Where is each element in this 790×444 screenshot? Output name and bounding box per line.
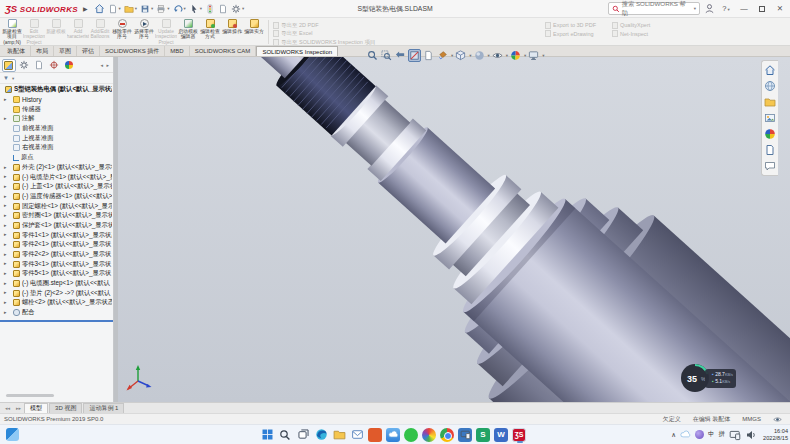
- net-speed-badge[interactable]: 35 % ▪ 28.7KB/s ▪ 5.1KB/s: [680, 363, 736, 393]
- expand-arrow-icon[interactable]: ▸: [4, 230, 7, 240]
- expand-arrow-icon[interactable]: ▸: [4, 192, 7, 202]
- display-style-dropdown-icon[interactable]: ▾: [488, 53, 490, 58]
- tree-splitter[interactable]: [0, 320, 113, 322]
- task-view-icon[interactable]: [296, 428, 310, 442]
- tree-item-sensors[interactable]: 传感器: [0, 104, 112, 114]
- forum-icon[interactable]: [764, 160, 776, 172]
- export-3d-pdf-item[interactable]: Export to 3D PDF: [545, 21, 596, 30]
- new-inspection-project-button[interactable]: 新建检查项目(amp;N): [1, 18, 23, 46]
- edit-instances-button[interactable]: 编辑实方: [243, 18, 265, 46]
- search-dropdown-icon[interactable]: ▾: [694, 6, 696, 11]
- expand-arrow-icon[interactable]: ▸: [4, 182, 7, 192]
- panel-tab-scroll-arrows[interactable]: ◂ ▸: [101, 62, 111, 68]
- view-orientation-dropdown-icon[interactable]: ▾: [469, 53, 471, 58]
- tree-item-part[interactable]: ▸(-) 垫片 (2)<2> ->? (默认<<默认: [0, 288, 112, 298]
- home-icon[interactable]: [94, 3, 105, 14]
- featuremanager-tab[interactable]: [2, 59, 16, 72]
- tree-item-part[interactable]: ▸零件2<2> (默认<<默认>_显示状: [0, 250, 112, 260]
- onedrive-icon[interactable]: [680, 429, 691, 440]
- expand-arrow-icon[interactable]: ▸: [4, 269, 7, 279]
- ime-mode-icon[interactable]: 拼: [719, 430, 726, 439]
- select-balloons-button[interactable]: 选择零件序号: [133, 18, 155, 46]
- app-cloud-icon[interactable]: [386, 428, 400, 442]
- expand-arrow-icon[interactable]: ▸: [4, 114, 7, 124]
- dimxpertmanager-tab[interactable]: [47, 59, 61, 72]
- file-explorer-pane-icon[interactable]: [764, 96, 776, 108]
- hidden-icons-chevron[interactable]: ∧: [671, 431, 676, 439]
- expand-arrow-icon[interactable]: ▸: [4, 211, 7, 221]
- status-units[interactable]: MMGS: [742, 416, 761, 422]
- clock[interactable]: 16:04 2022/8/15: [761, 428, 788, 440]
- login-icon[interactable]: [704, 3, 715, 14]
- tab-sketch[interactable]: 草图: [54, 46, 77, 56]
- tree-item-top-plane[interactable]: 上视基准面: [0, 133, 112, 143]
- tree-item-part[interactable]: ▸固定螺栓<1> (默认<<默认>_显示: [0, 201, 112, 211]
- tree-item-part[interactable]: ▸零件2<1> (默认<<默认>_显示状: [0, 240, 112, 250]
- hide-show-dropdown-icon[interactable]: ▾: [506, 53, 508, 58]
- dynamic-annotation-icon[interactable]: [422, 49, 435, 62]
- zoom-fit-icon[interactable]: [366, 49, 379, 62]
- new-template-button[interactable]: 新建模板: [45, 18, 67, 46]
- appearance-icon[interactable]: [436, 49, 449, 62]
- tray-ball-icon[interactable]: [695, 430, 704, 439]
- section-view-icon[interactable]: [408, 49, 421, 62]
- export-excel-item[interactable]: 导出至 Excel: [273, 30, 375, 39]
- expand-arrow-icon[interactable]: ▸: [4, 250, 7, 260]
- tree-root[interactable]: S型铠装热电偶 (默认<默认_显示状态-1: [0, 85, 112, 95]
- expand-arrow-icon[interactable]: ▸: [4, 298, 7, 308]
- propertymanager-tab[interactable]: [17, 59, 31, 72]
- view-settings-dropdown-icon[interactable]: ▾: [542, 53, 544, 58]
- taskbar-search-icon[interactable]: [278, 428, 292, 442]
- custom-properties-icon[interactable]: [764, 144, 776, 156]
- edit-inspection-project-button[interactable]: Edit Inspection Project: [23, 18, 45, 46]
- app-s-green-icon[interactable]: S: [476, 428, 490, 442]
- tab-cam[interactable]: SOLIDWORKS CAM: [190, 46, 257, 56]
- tree-item-part[interactable]: ▸零件1<1> (默认<<默认>_显示状态: [0, 230, 112, 240]
- tab-evaluate[interactable]: 评估: [77, 46, 100, 56]
- appearances-pane-icon[interactable]: [764, 128, 776, 140]
- expand-arrow-icon[interactable]: ▸: [4, 172, 7, 182]
- export-2d-pdf-item[interactable]: 导出至 2D PDF: [273, 21, 375, 30]
- qualityxpert-item[interactable]: QualityXpert: [612, 21, 650, 30]
- select-icon[interactable]: ▾: [189, 4, 202, 14]
- edit-inspection-methods-button[interactable]: 编辑检查方式: [199, 18, 221, 46]
- expand-arrow-icon[interactable]: ▸: [4, 288, 7, 298]
- tree-item-part[interactable]: ▸密封圈<1> (默认<<默认>_显示状: [0, 211, 112, 221]
- tab-addins[interactable]: SOLIDWORKS 插件: [100, 46, 165, 56]
- expand-arrow-icon[interactable]: ▸: [4, 201, 7, 211]
- tab-layout[interactable]: 布局: [31, 46, 54, 56]
- tree-item-part[interactable]: ▸零件3<1> (默认<<默认>_显示状: [0, 259, 112, 269]
- displaymanager-tab[interactable]: [62, 59, 76, 72]
- restore-button[interactable]: [755, 2, 769, 16]
- expand-arrow-icon[interactable]: ▸: [4, 308, 7, 318]
- ime-language-icon[interactable]: 中: [708, 430, 715, 439]
- tab-scroll-left-icon[interactable]: ◂◂: [2, 403, 13, 413]
- widgets-icon[interactable]: [6, 428, 19, 441]
- new-document-icon[interactable]: ▾: [108, 4, 121, 14]
- add-edit-balloons-button[interactable]: Add/Edit Balloons: [89, 18, 111, 46]
- status-custom-icon[interactable]: [773, 415, 782, 424]
- tree-item-right-plane[interactable]: 右视基准面: [0, 143, 112, 153]
- view-settings-icon[interactable]: [527, 49, 540, 62]
- mail-icon[interactable]: [350, 428, 364, 442]
- app-display-icon[interactable]: [458, 428, 472, 442]
- expand-arrow-icon[interactable]: ▸: [4, 259, 7, 269]
- tab-scroll-right-icon[interactable]: ▸▸: [13, 403, 24, 413]
- tree-item-part[interactable]: ▸(-) 电缆垫片<1> (默认<<默认>_显: [0, 172, 112, 182]
- open-icon[interactable]: ▾: [124, 4, 137, 14]
- tree-filter[interactable]: ▼▾: [0, 73, 113, 84]
- expand-arrow-icon[interactable]: ▸: [4, 240, 7, 250]
- wps-icon[interactable]: W: [494, 428, 508, 442]
- hide-show-items-icon[interactable]: [491, 49, 504, 62]
- tree-item-part[interactable]: ▸零件5<1> (默认<<默认>_显示状: [0, 269, 112, 279]
- zoom-area-icon[interactable]: [380, 49, 393, 62]
- appearances-ball-icon[interactable]: [509, 49, 522, 62]
- tree-item-origin[interactable]: 原点: [0, 153, 112, 163]
- expand-arrow-icon[interactable]: ▸: [4, 163, 7, 173]
- appearances-dropdown-icon[interactable]: ▾: [524, 53, 526, 58]
- panel-viewport-splitter[interactable]: [114, 57, 118, 402]
- tree-item-part[interactable]: ▸螺栓<2> (默认<<默认>_显示状态: [0, 298, 112, 308]
- tab-inspection[interactable]: SOLIDWORKS Inspection: [256, 46, 338, 56]
- expand-arrow-icon[interactable]: ▸: [4, 221, 7, 231]
- search-input[interactable]: 搜索 SOLIDWORKS 帮助 ▾: [608, 2, 700, 15]
